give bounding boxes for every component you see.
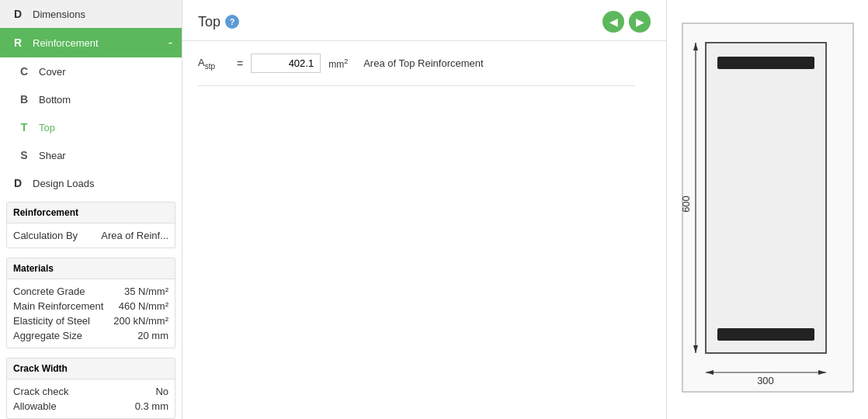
sidebar-item-design-loads[interactable]: D Design Loads [0,169,182,197]
help-icon[interactable]: ? [225,15,239,29]
reinforcement-panel: Reinforcement Calculation By Area of Rei… [6,202,175,248]
allowable-label: Allowable [13,400,57,412]
elasticity-row: Elasticity of Steel 200 kN/mm² [13,313,168,328]
svg-rect-3 [717,328,814,341]
crack-width-panel-body: Crack check No Allowable 0.3 mm [7,379,175,418]
astp-label: Astp [198,57,229,71]
crack-check-row: Crack check No [13,384,168,399]
crack-width-panel-title: Crack Width [7,358,175,379]
reinforcement-minus: - [168,36,172,50]
svg-rect-2 [717,57,814,69]
sidebar-item-bottom[interactable]: B Bottom [0,85,182,113]
reinforcement-letter: R [9,36,26,49]
dimensions-label: Dimensions [33,9,85,20]
top-letter: T [16,121,33,133]
astp-unit: mm2 [328,57,348,70]
concrete-grade-value: 35 N/mm² [124,286,168,297]
bottom-label: Bottom [39,94,71,106]
shear-label: Shear [39,150,66,161]
top-label: Top [39,122,55,133]
allowable-value: 0.3 mm [135,400,168,412]
main-reinforcement-value: 460 N/mm² [119,300,168,312]
concrete-grade-row: Concrete Grade 35 N/mm² [13,284,168,299]
top-header: Top ? ◀ ▶ [182,0,666,41]
astp-input[interactable] [251,54,321,73]
svg-text:600: 600 [680,196,692,213]
cover-letter: C [16,65,33,78]
elasticity-label: Elasticity of Steel [13,315,90,327]
materials-panel-body: Concrete Grade 35 N/mm² Main Reinforceme… [7,279,175,348]
form-separator [198,85,635,86]
astp-row: Astp = mm2 Area of Top Reinforcement [198,54,651,73]
svg-rect-1 [706,43,826,353]
main-content: Top ? ◀ ▶ Astp = mm2 Area of Top Reinfor… [182,0,666,419]
sidebar: D Dimensions R Reinforcement - C Cover B… [0,0,182,419]
design-loads-letter: D [9,177,26,189]
main-reinforcement-row: Main Reinforcement 460 N/mm² [13,299,168,313]
sidebar-item-reinforcement[interactable]: R Reinforcement - [0,28,182,57]
dimensions-letter: D [9,8,26,20]
sidebar-item-shear[interactable]: S Shear [0,141,182,169]
beam-diagram: 600 300 [679,19,857,400]
calculation-by-value: Area of Reinf... [101,230,168,241]
reinforcement-panel-body: Calculation By Area of Reinf... [7,223,175,248]
main-reinforcement-label: Main Reinforcement [13,300,103,312]
elasticity-value: 200 kN/mm² [113,315,168,327]
nav-arrows: ◀ ▶ [602,11,651,33]
allowable-row: Allowable 0.3 mm [13,399,168,414]
astp-description: Area of Top Reinforcement [363,57,483,69]
prev-button[interactable]: ◀ [602,11,624,33]
next-button[interactable]: ▶ [629,11,651,33]
concrete-grade-label: Concrete Grade [13,286,85,297]
equals-sign: = [237,57,243,70]
materials-panel-title: Materials [7,258,175,279]
calculation-by-label: Calculation By [13,230,78,241]
bottom-letter: B [16,93,33,106]
reinforcement-panel-title: Reinforcement [7,203,175,223]
materials-panel: Materials Concrete Grade 35 N/mm² Main R… [6,258,175,348]
sidebar-item-top[interactable]: T Top [0,113,182,141]
cover-label: Cover [39,66,66,78]
crack-width-panel: Crack Width Crack check No Allowable 0.3… [6,358,175,419]
diagram-area: 600 300 [666,0,868,419]
sidebar-item-cover[interactable]: C Cover [0,57,182,85]
aggregate-size-row: Aggregate Size 20 mm [13,328,168,343]
page-title: Top [198,14,220,30]
crack-check-label: Crack check [13,386,69,397]
shear-letter: S [16,149,33,161]
crack-check-value: No [155,386,168,397]
sidebar-item-dimensions[interactable]: D Dimensions [0,0,182,28]
aggregate-size-label: Aggregate Size [13,330,82,341]
reinforcement-label: Reinforcement [33,37,99,49]
aggregate-size-value: 20 mm [137,330,168,341]
design-loads-label: Design Loads [33,178,95,189]
calculation-by-row: Calculation By Area of Reinf... [13,228,168,243]
form-area: Astp = mm2 Area of Top Reinforcement [182,41,666,419]
svg-text:300: 300 [757,375,774,386]
